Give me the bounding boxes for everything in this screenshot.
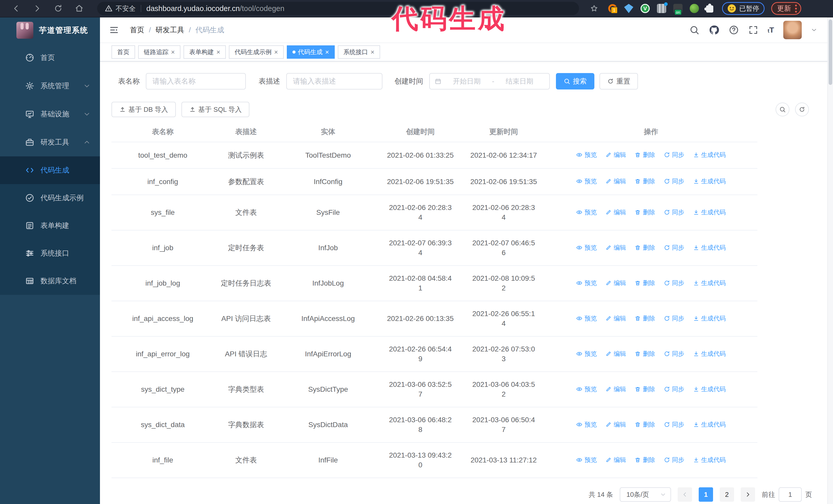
close-icon[interactable]: × <box>171 49 175 55</box>
extension-green-v-icon[interactable]: V <box>641 4 650 13</box>
start-date-placeholder[interactable]: 开始日期 <box>442 77 492 86</box>
tab-codegen-example[interactable]: 代码生成示例× <box>229 45 284 59</box>
fullscreen-icon[interactable] <box>748 25 758 35</box>
close-icon[interactable]: × <box>274 49 278 55</box>
preview-link[interactable]: 预览 <box>576 176 597 186</box>
sync-link[interactable]: 同步 <box>664 384 684 394</box>
reset-button[interactable]: 重置 <box>599 73 638 90</box>
edit-link[interactable]: 编辑 <box>605 150 626 160</box>
generate-code-link[interactable]: 生成代码 <box>693 176 726 186</box>
breadcrumb-home[interactable]: 首页 <box>130 25 144 35</box>
help-icon[interactable] <box>729 25 739 35</box>
sync-link[interactable]: 同步 <box>664 150 684 160</box>
github-icon[interactable] <box>709 25 719 35</box>
delete-link[interactable]: 删除 <box>635 243 655 253</box>
preview-link[interactable]: 预览 <box>576 150 597 160</box>
page-size-select[interactable]: 10条/页 <box>620 487 671 502</box>
delete-link[interactable]: 删除 <box>635 419 655 429</box>
browser-address-bar[interactable]: 不安全 dashboard.yudao.iocoder.cn/tool/code… <box>97 2 579 15</box>
toggle-search-icon[interactable] <box>776 102 789 116</box>
generate-code-link[interactable]: 生成代码 <box>693 349 726 359</box>
sync-link[interactable]: 同步 <box>664 176 684 186</box>
browser-update-button[interactable]: 更新 <box>771 2 801 15</box>
extension-orange-icon[interactable]: 1 <box>608 4 617 13</box>
generate-code-link[interactable]: 生成代码 <box>693 243 726 253</box>
profile-paused-badge[interactable]: 已暂停 <box>722 2 765 15</box>
preview-link[interactable]: 预览 <box>576 243 597 253</box>
edit-link[interactable]: 编辑 <box>605 349 626 359</box>
generate-code-link[interactable]: 生成代码 <box>693 314 726 323</box>
tab-home[interactable]: 首页 <box>112 45 135 59</box>
app-logo[interactable]: 芋道管理系统 <box>0 18 100 43</box>
preview-link[interactable]: 预览 <box>576 278 597 288</box>
edit-link[interactable]: 编辑 <box>605 278 626 288</box>
generate-code-link[interactable]: 生成代码 <box>693 384 726 394</box>
sidebar-item-form-builder[interactable]: 表单构建 <box>0 212 100 239</box>
tab-form-builder[interactable]: 表单构建× <box>184 45 226 59</box>
avatar[interactable] <box>783 21 802 39</box>
extensions-puzzle-icon[interactable] <box>706 5 713 13</box>
caret-down-icon[interactable] <box>811 27 817 33</box>
tab-trace[interactable]: 链路追踪× <box>138 45 181 59</box>
refresh-icon[interactable] <box>795 102 809 116</box>
delete-link[interactable]: 删除 <box>635 349 655 359</box>
sidebar-item-db-doc[interactable]: 数据库文档 <box>0 267 100 295</box>
delete-link[interactable]: 删除 <box>635 208 655 217</box>
edit-link[interactable]: 编辑 <box>605 384 626 394</box>
generate-code-link[interactable]: 生成代码 <box>693 419 726 429</box>
page-button-1[interactable]: 1 <box>699 487 713 502</box>
extension-gem-icon[interactable] <box>624 4 633 13</box>
browser-back-icon[interactable] <box>11 4 21 13</box>
sync-link[interactable]: 同步 <box>664 455 684 465</box>
breadcrumb-devtools[interactable]: 研发工具 <box>156 25 184 35</box>
sync-link[interactable]: 同步 <box>664 419 684 429</box>
edit-link[interactable]: 编辑 <box>605 208 626 217</box>
sync-link[interactable]: 同步 <box>664 243 684 253</box>
scrollbar[interactable] <box>827 18 833 504</box>
page-button-2[interactable]: 2 <box>720 487 734 502</box>
edit-link[interactable]: 编辑 <box>605 176 626 186</box>
goto-page-input[interactable] <box>779 487 802 502</box>
browser-forward-icon[interactable] <box>32 4 42 13</box>
end-date-placeholder[interactable]: 结束日期 <box>494 77 545 86</box>
extension-switch-icon[interactable]: on <box>673 4 683 13</box>
sidebar-item-system[interactable]: 系统管理 <box>0 72 100 100</box>
preview-link[interactable]: 预览 <box>576 208 597 217</box>
delete-link[interactable]: 删除 <box>635 176 655 186</box>
tab-system-api[interactable]: 系统接口× <box>338 45 380 59</box>
edit-link[interactable]: 编辑 <box>605 243 626 253</box>
sync-link[interactable]: 同步 <box>664 349 684 359</box>
scrollbar-thumb[interactable] <box>829 20 832 85</box>
search-button[interactable]: 搜索 <box>556 73 594 90</box>
browser-menu-icon[interactable] <box>795 5 797 13</box>
preview-link[interactable]: 预览 <box>576 384 597 394</box>
edit-link[interactable]: 编辑 <box>605 455 626 465</box>
font-size-icon[interactable]: tT <box>768 26 774 34</box>
next-page-button[interactable] <box>741 487 755 502</box>
edit-link[interactable]: 编辑 <box>605 419 626 429</box>
search-icon[interactable] <box>689 25 699 35</box>
sync-link[interactable]: 同步 <box>664 278 684 288</box>
close-icon[interactable]: × <box>325 49 329 55</box>
extension-columns-icon[interactable] <box>657 4 666 13</box>
edit-link[interactable]: 编辑 <box>605 314 626 323</box>
preview-link[interactable]: 预览 <box>576 314 597 323</box>
bookmark-star-icon[interactable] <box>590 4 598 13</box>
sidebar-item-system-api[interactable]: 系统接口 <box>0 239 100 267</box>
delete-link[interactable]: 删除 <box>635 455 655 465</box>
sql-import-button[interactable]: 基于 SQL 导入 <box>182 102 249 117</box>
sidebar-item-home[interactable]: 首页 <box>0 44 100 72</box>
generate-code-link[interactable]: 生成代码 <box>693 455 726 465</box>
sidebar-item-devtools[interactable]: 研发工具 <box>0 128 100 157</box>
sidebar-item-codegen[interactable]: 代码生成 <box>0 157 100 184</box>
preview-link[interactable]: 预览 <box>576 349 597 359</box>
preview-link[interactable]: 预览 <box>576 419 597 429</box>
prev-page-button[interactable] <box>678 487 692 502</box>
sidebar-item-infra[interactable]: 基础设施 <box>0 100 100 128</box>
sync-link[interactable]: 同步 <box>664 208 684 217</box>
delete-link[interactable]: 删除 <box>635 384 655 394</box>
close-icon[interactable]: × <box>371 49 375 55</box>
close-icon[interactable]: × <box>216 49 220 55</box>
browser-reload-icon[interactable] <box>53 4 63 13</box>
table-name-input[interactable] <box>146 73 246 90</box>
